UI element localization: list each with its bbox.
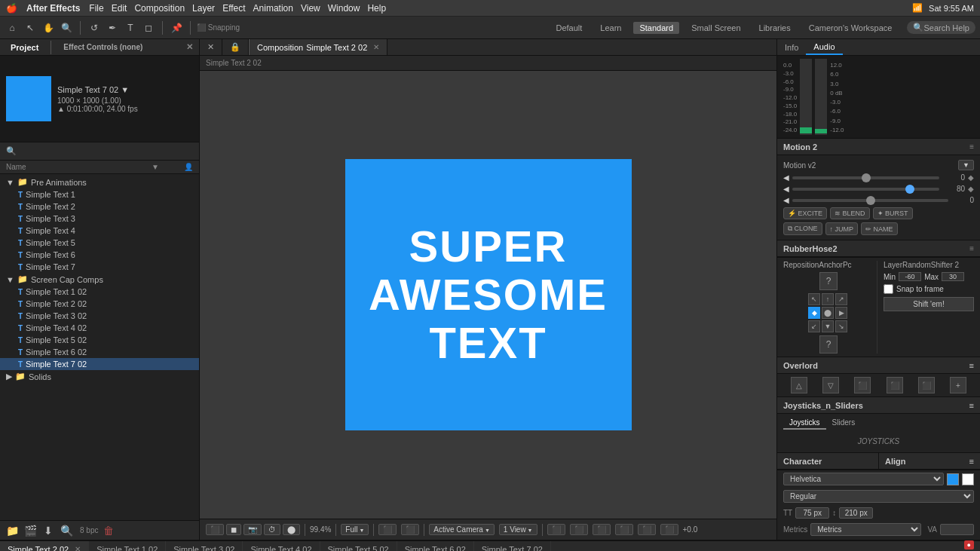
delete-btn[interactable]: 🗑 — [101, 523, 116, 538]
arrow-e[interactable]: ▶ — [835, 307, 847, 319]
vc-ram-btn[interactable]: ◼ — [226, 524, 241, 535]
list-item[interactable]: TSimple Text 3 02 — [0, 310, 199, 322]
font-size-input[interactable] — [795, 507, 829, 519]
hand-tool[interactable]: ✋ — [41, 20, 56, 35]
name-btn[interactable]: ✏ NAME — [861, 222, 898, 235]
keyframe-btn[interactable]: ◆ — [968, 173, 974, 182]
list-item[interactable]: TSimple Text 3 — [0, 213, 199, 225]
audio-tab[interactable]: Audio — [806, 39, 842, 55]
menu-window[interactable]: Window — [328, 3, 360, 14]
repo-help-btn[interactable]: ? — [819, 272, 838, 290]
list-item-selected[interactable]: TSimple Text 7 02 — [0, 358, 199, 370]
viewer-toggle-btn[interactable]: ⬛ — [570, 524, 588, 535]
resolution-select[interactable]: Full — [341, 524, 369, 535]
ol-btn5[interactable]: ⬛ — [918, 377, 935, 393]
search-area[interactable]: 🔍 Search Help — [907, 21, 975, 34]
ol-btn4[interactable]: ⬛ — [887, 377, 903, 393]
list-item[interactable]: TSimple Text 6 02 — [0, 346, 199, 358]
joy-tab-joysticks[interactable]: Joysticks — [783, 417, 826, 430]
vc-motion-blur-btn[interactable]: ⬤ — [283, 524, 300, 535]
motion-menu-icon[interactable]: ≡ — [969, 142, 974, 151]
menu-animation[interactable]: Animation — [253, 3, 293, 14]
menu-composition[interactable]: Composition — [134, 3, 185, 14]
font-color-swatch[interactable] — [947, 473, 959, 485]
list-item[interactable]: TSimple Text 6 — [0, 249, 199, 261]
workspace-libraries[interactable]: Libraries — [753, 22, 797, 34]
tl-tab-0[interactable]: Simple Text 1 02 — [89, 541, 166, 551]
viewer[interactable]: SUPER AWESOME TEXT — [200, 71, 776, 519]
folder-screen-cap[interactable]: ▼ 📁 Screen Cap Comps — [0, 273, 199, 286]
list-item[interactable]: TSimple Text 2 02 — [0, 298, 199, 310]
tl-tab-active[interactable]: Simple Text 2 02 ✕ — [0, 541, 89, 551]
record-btn[interactable]: ● — [964, 540, 974, 549]
menu-help[interactable]: Help — [367, 3, 386, 14]
list-item[interactable]: TSimple Text 4 — [0, 225, 199, 237]
excite-btn[interactable]: ⚡ EXCITE — [783, 207, 827, 219]
tl-tab-6[interactable]: Simple Text 7 02 — [474, 541, 551, 551]
motion-slider-1[interactable] — [792, 176, 939, 179]
comp-tab-lock[interactable]: 🔒 — [222, 39, 249, 55]
workspace-default[interactable]: Default — [550, 22, 588, 34]
jump-btn[interactable]: ↑ JUMP — [825, 222, 859, 235]
max-input[interactable] — [942, 272, 964, 281]
font-color-white[interactable] — [962, 473, 974, 485]
viewer-color-btn[interactable]: ⬛ — [378, 524, 397, 535]
view-count-select[interactable]: 1 View — [499, 524, 537, 535]
menu-view[interactable]: View — [301, 3, 320, 14]
arrow-se[interactable]: ↘ — [835, 320, 847, 332]
menu-effect[interactable]: Effect — [222, 3, 245, 14]
ol-btn6[interactable]: + — [950, 377, 966, 393]
comp-tab-active[interactable]: Composition Simple Text 2 02 ✕ — [250, 39, 387, 55]
home-btn[interactable]: ⌂ — [5, 20, 20, 35]
folder-solids[interactable]: ▶ 📁 Solids — [0, 370, 199, 383]
motion-slider-2[interactable] — [792, 188, 939, 191]
metrics-select[interactable]: Metrics — [810, 523, 921, 536]
blend-btn[interactable]: ≋ BLEND — [830, 207, 870, 219]
vc-snap-btn[interactable]: 📷 — [243, 524, 262, 535]
arrow-s[interactable]: ▼ — [822, 320, 834, 332]
info-tab[interactable]: Info — [777, 39, 806, 55]
keyframe-btn2[interactable]: ◆ — [968, 185, 974, 193]
repo-help-btn2[interactable]: ? — [819, 335, 838, 354]
new-comp-btn[interactable]: 🎬 — [23, 523, 38, 538]
min-input[interactable] — [899, 272, 921, 281]
motion-v-options[interactable]: ▼ — [958, 160, 974, 170]
arrow-nw[interactable]: ↖ — [808, 293, 820, 305]
zoom-tool[interactable]: 🔍 — [59, 20, 74, 35]
ol-btn1[interactable]: △ — [791, 377, 807, 393]
viewer-grid-btn[interactable]: ⬛ — [615, 524, 633, 535]
ol-btn3[interactable]: ⬛ — [854, 377, 871, 393]
viewer-shad-btn[interactable]: ⬛ — [660, 524, 678, 535]
panel-close-btn[interactable]: ✕ — [186, 42, 193, 52]
puppet-tool[interactable]: 📌 — [169, 20, 184, 35]
font-select[interactable]: Helvetica — [783, 473, 944, 485]
burst-btn[interactable]: ✦ BURST — [873, 207, 913, 219]
new-folder-btn[interactable]: 📁 — [5, 523, 20, 538]
select-tool[interactable]: ↖ — [23, 20, 38, 35]
tl-tab-close[interactable]: ✕ — [75, 545, 81, 551]
list-item[interactable]: TSimple Text 5 — [0, 237, 199, 249]
apple-menu[interactable]: 🍎 — [6, 3, 17, 14]
list-item[interactable]: TSimple Text 4 02 — [0, 322, 199, 334]
camera-select[interactable]: Active Camera — [429, 524, 494, 535]
effect-controls-tab[interactable]: Effect Controls (none) — [59, 41, 147, 53]
arrow-c[interactable]: ⬤ — [822, 307, 834, 319]
folder-pre-animations[interactable]: ▼ 📁 Pre Animations — [0, 176, 199, 188]
list-item[interactable]: TSimple Text 1 — [0, 188, 199, 201]
project-search-input[interactable] — [20, 147, 193, 156]
overlord-menu[interactable]: ≡ — [969, 361, 974, 370]
workspace-learn[interactable]: Learn — [594, 22, 627, 34]
ol-btn2[interactable]: ▽ — [822, 377, 839, 393]
viewer-3d-btn[interactable]: ⬛ — [593, 524, 611, 535]
vc-time-btn[interactable]: ⏱ — [264, 524, 280, 535]
comp-tab-close[interactable]: ✕ — [200, 39, 222, 55]
viewer-mask-btn[interactable]: ⬛ — [638, 524, 656, 535]
search-btn2[interactable]: 🔍 — [59, 523, 74, 538]
list-item[interactable]: TSimple Text 5 02 — [0, 334, 199, 346]
tl-tab-2[interactable]: Simple Text 3 02 — [166, 541, 243, 551]
tl-tab-5[interactable]: Simple Text 6 02 — [397, 541, 474, 551]
joy-tab-sliders[interactable]: Sliders — [826, 417, 862, 430]
vc-preview-btn[interactable]: ⬛ — [206, 524, 224, 535]
pen-tool[interactable]: ✒ — [105, 20, 120, 35]
list-item[interactable]: TSimple Text 7 — [0, 261, 199, 273]
